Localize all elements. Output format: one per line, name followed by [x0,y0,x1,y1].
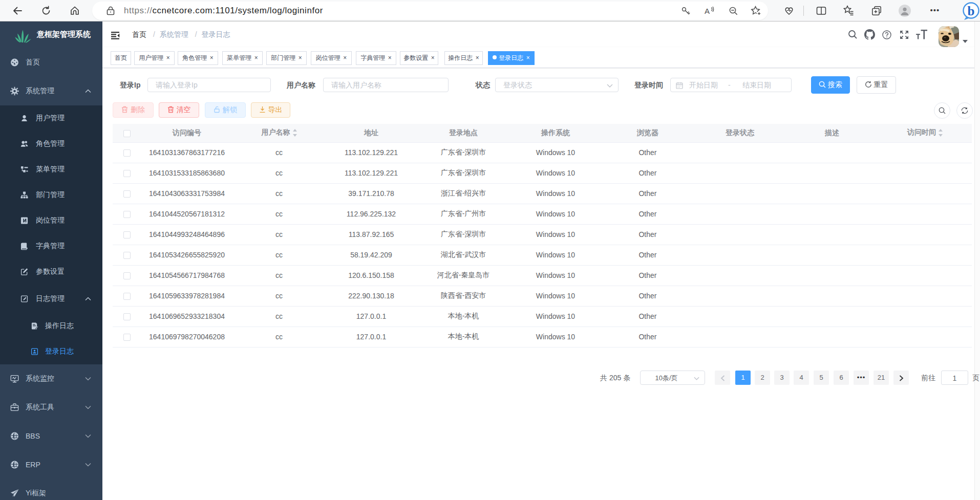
svg-text:b: b [968,4,975,18]
svg-text:A: A [705,7,710,15]
